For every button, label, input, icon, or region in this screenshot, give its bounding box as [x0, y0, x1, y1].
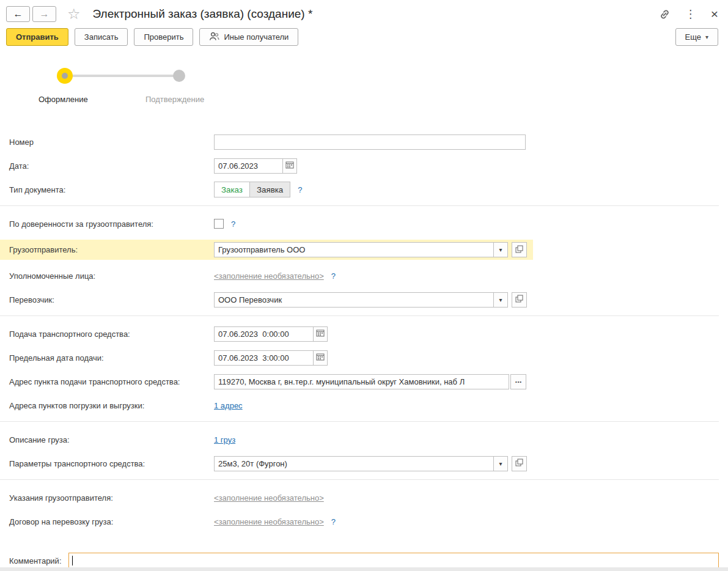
power-of-attorney-row: По доверенности за грузоотправителя: ? — [9, 216, 235, 232]
open-form-icon — [515, 295, 523, 304]
cargo-description-label: Описание груза: — [9, 435, 214, 444]
doc-type-toggle: Заказ Заявка — [214, 182, 290, 197]
load-unload-addresses-link[interactable]: 1 адрес — [214, 401, 243, 410]
calendar-icon — [285, 161, 294, 171]
supply-deadline-label: Предельная дата подачи: — [9, 353, 214, 363]
other-recipients-button[interactable]: Иные получатели — [199, 28, 298, 46]
supply-address-browse-button[interactable]: ... — [510, 374, 526, 389]
doc-type-label: Тип документа: — [9, 185, 214, 194]
calendar-icon — [316, 329, 325, 339]
date-row: Дата: — [9, 158, 297, 174]
supply-address-input[interactable] — [214, 374, 509, 389]
authorized-persons-link[interactable]: <заполнение необязательно> — [214, 271, 324, 281]
separator — [0, 205, 719, 206]
open-form-icon — [515, 459, 523, 468]
power-of-attorney-label: По доверенности за грузоотправителя: — [9, 219, 214, 229]
forward-button[interactable]: → — [32, 6, 56, 22]
carrier-row: Перевозчик: ▾ — [9, 292, 527, 308]
comment-label: Комментарий: — [9, 556, 68, 565]
wizard-steps: Оформление Подтверждение — [0, 62, 728, 118]
shipper-open-button[interactable] — [512, 242, 527, 257]
close-icon[interactable]: × — [711, 7, 718, 21]
carrier-label: Перевозчик: — [9, 295, 214, 304]
shipper-instructions-label: Указания грузоотправителя: — [9, 493, 214, 503]
number-input[interactable] — [214, 134, 526, 150]
send-button[interactable]: Отправить — [6, 28, 68, 46]
power-of-attorney-checkbox[interactable] — [214, 219, 224, 229]
supply-address-label: Адрес пункта подачи транспортного средст… — [9, 377, 214, 386]
separator — [0, 479, 719, 480]
vehicle-supply-label: Подача транспортного средства: — [9, 330, 214, 339]
more-button[interactable]: Еще ▾ — [675, 28, 718, 46]
vehicle-supply-row: Подача транспортного средства: — [9, 326, 328, 342]
supply-deadline-calendar-button[interactable] — [313, 350, 328, 366]
doc-type-option-order[interactable]: Заказ — [214, 182, 250, 197]
open-form-icon — [515, 245, 523, 255]
carrier-dropdown-button[interactable]: ▾ — [493, 292, 508, 308]
more-label: Еще — [685, 32, 701, 42]
authorized-persons-help-icon[interactable]: ? — [331, 271, 336, 281]
text-caret — [72, 556, 73, 565]
doc-type-option-request[interactable]: Заявка — [249, 182, 290, 197]
authorized-persons-row: Уполномоченные лица: <заполнение необяза… — [9, 268, 336, 284]
date-label: Дата: — [9, 161, 214, 171]
shipper-dropdown-button[interactable]: ▾ — [493, 242, 508, 257]
shipper-input[interactable] — [214, 242, 494, 257]
back-button[interactable]: ← — [6, 6, 30, 22]
window-header: ← → ☆ Электронный заказ (заявка) (создан… — [0, 0, 728, 26]
date-calendar-button[interactable] — [282, 158, 297, 174]
vehicle-supply-input[interactable] — [214, 326, 314, 342]
step-circle-confirmation[interactable] — [173, 70, 185, 82]
cargo-description-row: Описание груза: 1 груз — [9, 432, 235, 448]
vehicle-params-input[interactable] — [214, 456, 494, 471]
nav-group: ← → — [6, 6, 56, 22]
power-of-attorney-help-icon[interactable]: ? — [231, 219, 235, 229]
cargo-contract-label: Договор на перевозку груза: — [9, 517, 214, 526]
vehicle-params-row: Параметры транспортного средства: ▾ — [9, 455, 527, 471]
cargo-contract-row: Договор на перевозку груза: <заполнение … — [9, 514, 336, 529]
carrier-open-button[interactable] — [512, 292, 527, 308]
number-label: Номер — [9, 138, 214, 147]
vehicle-params-open-button[interactable] — [512, 456, 527, 471]
check-button[interactable]: Проверить — [134, 28, 193, 46]
supply-deadline-input[interactable] — [214, 350, 314, 366]
people-icon — [209, 32, 219, 43]
doc-type-help-icon[interactable]: ? — [298, 185, 302, 194]
shipper-label: Грузоотправитель: — [9, 245, 214, 254]
step-circle-registration[interactable] — [57, 68, 73, 84]
load-unload-addresses-label: Адреса пунктов погрузки и выгрузки: — [9, 401, 214, 410]
vehicle-params-dropdown-button[interactable]: ▾ — [493, 456, 508, 471]
carrier-input[interactable] — [214, 292, 494, 308]
vehicle-supply-calendar-button[interactable] — [313, 326, 328, 342]
cargo-contract-help-icon[interactable]: ? — [331, 517, 336, 526]
vehicle-params-label: Параметры транспортного средства: — [9, 459, 214, 468]
wizard-connector-line — [65, 75, 180, 77]
date-input[interactable] — [214, 158, 283, 174]
supply-deadline-row: Предельная дата подачи: — [9, 350, 328, 366]
step-label-confirmation: Подтверждение — [145, 95, 204, 104]
other-recipients-label: Иные получатели — [224, 32, 289, 42]
shipper-instructions-row: Указания грузоотправителя: <заполнение н… — [9, 490, 324, 506]
chevron-down-icon: ▾ — [705, 34, 708, 40]
authorized-persons-label: Уполномоченные лица: — [9, 271, 214, 281]
header-actions: ⋮ × — [659, 7, 718, 21]
form-area: Номер Дата: Тип документа: Заказ — [0, 118, 728, 569]
comment-row: Комментарий: — [9, 553, 719, 569]
favorite-star-icon[interactable]: ☆ — [67, 7, 81, 21]
comment-input[interactable] — [68, 553, 719, 569]
link-icon[interactable] — [659, 9, 671, 20]
calendar-icon — [316, 353, 325, 363]
window-bottom-edge — [0, 567, 728, 571]
supply-address-row: Адрес пункта подачи транспортного средст… — [9, 374, 526, 389]
save-button[interactable]: Записать — [75, 28, 128, 46]
forward-icon: → — [40, 9, 50, 19]
cargo-contract-link[interactable]: <заполнение необязательно> — [214, 517, 324, 526]
doc-type-row: Тип документа: Заказ Заявка ? — [9, 182, 303, 197]
load-unload-addresses-row: Адреса пунктов погрузки и выгрузки: 1 ад… — [9, 397, 243, 413]
shipper-row: Грузоотправитель: ▾ — [0, 240, 533, 260]
shipper-instructions-link[interactable]: <заполнение необязательно> — [214, 493, 324, 503]
cargo-description-link[interactable]: 1 груз — [214, 435, 235, 444]
page-title: Электронный заказ (заявка) (создание) * — [93, 7, 313, 21]
kebab-menu-icon[interactable]: ⋮ — [685, 7, 696, 21]
chevron-down-icon: ▾ — [499, 297, 502, 303]
